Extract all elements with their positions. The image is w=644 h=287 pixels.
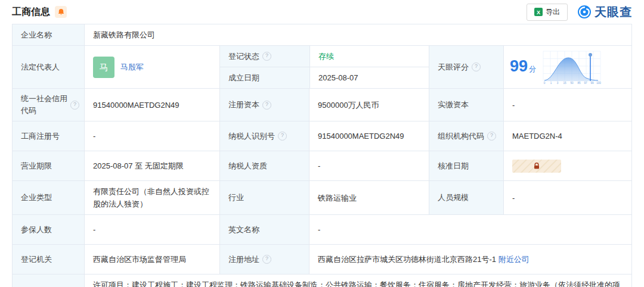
field-label-english-name: 英文名称	[219, 215, 309, 244]
table-row: 企业类型 有限责任公司（非自然人投资或控股的法人独资） 行业 铁路运输业 人员规…	[13, 180, 631, 214]
reg-address-value: 西藏自治区拉萨市城关区功德林街道北京西路21号-1 附近公司	[309, 245, 631, 274]
svg-text:100: 100	[596, 82, 601, 85]
field-label-establish-date: 成立日期	[220, 67, 309, 88]
field-label-approval-date: 核准日期	[429, 151, 503, 180]
table-row: 企业名称 新藏铁路有限公司	[13, 24, 631, 45]
field-label-reg-address: 注册地址 ?	[219, 245, 309, 274]
staff-size-value: -	[503, 181, 633, 214]
taxpayer-quality-value: -	[309, 151, 429, 180]
business-term-value: 2025-08-07 至 无固定期限	[84, 151, 219, 180]
field-label-legal-rep: 法定代表人	[13, 46, 84, 88]
field-label-taxpayer-id: 纳税人识别号 ?	[219, 121, 309, 151]
help-icon[interactable]: ?	[262, 52, 271, 61]
lock-icon	[533, 163, 540, 170]
approval-date-value	[503, 151, 633, 180]
field-label-company-name: 企业名称	[13, 24, 84, 45]
business-info-table: 企业名称 新藏铁路有限公司 法定代表人 马 马殷军 登记状态 ? 存续 成立日期	[12, 24, 632, 287]
field-label-taxpayer-quality: 纳税人资质	[219, 151, 309, 180]
paid-capital-value: -	[503, 89, 633, 121]
legal-rep-avatar[interactable]: 马	[93, 57, 114, 78]
table-row: 工商注册号 - 纳税人识别号 ? 91540000MAETDG2N49 组织机构…	[13, 121, 631, 151]
status-date-subtable: 登记状态 ? 存续 成立日期 2025-08-07	[219, 46, 429, 88]
svg-text:1: 1	[550, 82, 552, 85]
reg-authority-value: 西藏自治区市场监督管理局	[84, 245, 219, 274]
tianyan-score-value[interactable]: 99分	[503, 46, 633, 88]
field-label-company-type: 企业类型	[13, 181, 84, 214]
insured-count-value: -	[84, 215, 219, 244]
field-label-reg-number: 工商注册号	[13, 121, 84, 151]
score-number: 99	[510, 57, 528, 75]
section-title: 工商信息	[12, 6, 50, 18]
table-row: 登记机关 西藏自治区市场监督管理局 注册地址 ? 西藏自治区拉萨市城关区功德林街…	[13, 244, 631, 274]
legal-rep-value: 马 马殷军	[84, 46, 219, 88]
svg-text:99: 99	[590, 82, 594, 85]
svg-text:50: 50	[570, 82, 574, 85]
field-label-reg-capital: 注册资本 ?	[219, 89, 309, 121]
table-subrow: 成立日期 2025-08-07	[220, 67, 429, 88]
export-label: 导出	[546, 7, 560, 17]
nearby-companies-link[interactable]: 附近公司	[499, 253, 530, 266]
help-icon[interactable]: ?	[262, 101, 271, 110]
table-row: 营业期限 2025-08-07 至 无固定期限 纳税人资质 - 核准日期	[13, 151, 631, 180]
section-header: 工商信息 X 导出 天眼查	[12, 0, 632, 24]
svg-text:97: 97	[584, 82, 587, 85]
reg-status-value: 存续	[309, 46, 429, 67]
field-label-industry: 行业	[219, 181, 309, 214]
score-marker-dot	[589, 53, 592, 57]
table-row: 统一社会信用代码 ? 91540000MAETDG2N49 注册资本 ? 950…	[13, 88, 631, 121]
brand-text: 天眼查	[595, 4, 632, 20]
taxpayer-id-value: 91540000MAETDG2N49	[309, 121, 429, 151]
tianyancha-eye-icon	[577, 5, 592, 19]
help-icon[interactable]: ?	[487, 132, 496, 141]
field-label-insured-count: 参保人数	[13, 215, 84, 244]
english-name-value: -	[309, 215, 631, 244]
table-row: 经营范围 ? 许可项目：建设工程施工；建设工程监理；铁路运输基础设备制造；公共铁…	[13, 274, 631, 287]
company-type-value: 有限责任公司（非自然人投资或控股的法人独资）	[84, 181, 219, 214]
locked-value[interactable]	[512, 160, 561, 173]
field-label-tianyan-score: 天眼评分 ?	[429, 46, 503, 88]
field-label-business-term: 营业期限	[13, 151, 84, 180]
establish-date-value: 2025-08-07	[309, 67, 429, 88]
industry-value: 铁路运输业	[309, 181, 429, 214]
svg-text:15: 15	[563, 82, 566, 85]
svg-text:85: 85	[577, 82, 581, 85]
score-distribution-chart: 0 1 3 15 50 85 97 99 100	[542, 50, 602, 85]
svg-text:0: 0	[544, 82, 546, 85]
help-icon[interactable]: ?	[70, 101, 79, 110]
tianyancha-logo: 天眼查	[577, 4, 632, 20]
table-subrow: 登记状态 ? 存续	[220, 46, 429, 67]
chart-x-ticks: 0 1 3 15 50 85 97 99 100	[544, 82, 602, 85]
score-unit: 分	[529, 65, 536, 73]
field-label-staff-size: 人员规模	[429, 181, 503, 214]
legal-rep-name-link[interactable]: 马殷军	[120, 61, 144, 73]
credit-code-value: 91540000MAETDG2N49	[84, 89, 219, 121]
table-row: 参保人数 - 英文名称 -	[13, 214, 631, 244]
help-icon[interactable]: ?	[262, 255, 271, 264]
field-label-business-scope: 经营范围 ?	[13, 274, 84, 287]
bell-icon	[57, 8, 65, 16]
field-label-reg-authority: 登记机关	[13, 245, 84, 274]
field-label-credit-code: 统一社会信用代码 ?	[13, 89, 84, 121]
field-label-reg-status: 登记状态 ?	[220, 46, 309, 67]
reg-number-value: -	[84, 121, 219, 151]
field-label-paid-capital: 实缴资本	[429, 89, 503, 121]
svg-text:X: X	[537, 10, 540, 15]
help-icon[interactable]: ?	[472, 63, 481, 71]
monitor-bell-button[interactable]	[55, 6, 67, 18]
company-name-value: 新藏铁路有限公司	[84, 24, 631, 45]
reg-capital-value: 9500000万人民币	[309, 89, 429, 121]
help-icon[interactable]: ?	[278, 132, 287, 141]
table-row: 法定代表人 马 马殷军 登记状态 ? 存续 成立日期 2025-08-07	[13, 45, 631, 88]
svg-text:3: 3	[557, 82, 559, 85]
business-scope-value: 许可项目：建设工程施工；建设工程监理；铁路运输基础设备制造；公共铁路运输；餐饮服…	[84, 274, 631, 287]
org-code-value: MAETDG2N-4	[503, 121, 633, 151]
excel-icon: X	[534, 8, 543, 16]
field-label-org-code: 组织机构代码 ?	[429, 121, 503, 151]
export-button[interactable]: X 导出	[527, 4, 568, 21]
